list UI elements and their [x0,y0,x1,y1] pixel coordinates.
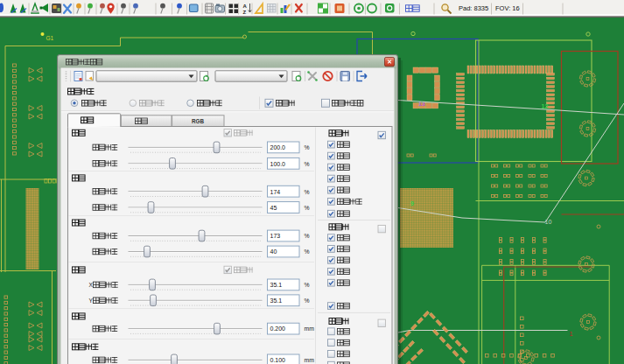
svg-text:RGB: RGB [192,118,204,124]
svg-text:173: 173 [270,233,281,239]
svg-text:%: % [305,161,310,167]
svg-text:mm: mm [305,357,315,363]
svg-text:%: % [305,233,310,239]
svg-text:12: 12 [542,103,549,109]
svg-text:40: 40 [270,248,277,255]
svg-text:%: % [305,298,310,304]
svg-text:45: 45 [270,205,277,211]
svg-text:Z: Z [243,10,247,15]
svg-text:0.200: 0.200 [270,326,286,332]
svg-text:35.1: 35.1 [270,282,283,288]
svg-text:mm: mm [305,326,315,332]
svg-text:%: % [305,205,310,211]
svg-text:100.0: 100.0 [270,161,286,167]
svg-text:Pad: 8335: Pad: 8335 [459,4,488,12]
svg-text:174: 174 [270,189,281,195]
svg-text:A: A [243,4,248,9]
svg-text:%: % [305,248,310,255]
svg-text:35.1: 35.1 [270,298,283,304]
svg-text:0.100: 0.100 [270,357,286,363]
svg-text:Y: Y [89,298,94,304]
svg-text:9: 9 [410,200,414,206]
svg-text:G1: G1 [46,35,54,41]
svg-text:1: 1 [570,331,573,337]
svg-text:200.0: 200.0 [270,144,286,150]
svg-text:%: % [305,144,310,150]
svg-text:%: % [305,282,310,288]
svg-text:X: X [89,282,94,288]
svg-text:FOV: 16: FOV: 16 [495,4,520,12]
svg-text:%: % [305,189,310,195]
svg-text:10: 10 [545,219,552,225]
